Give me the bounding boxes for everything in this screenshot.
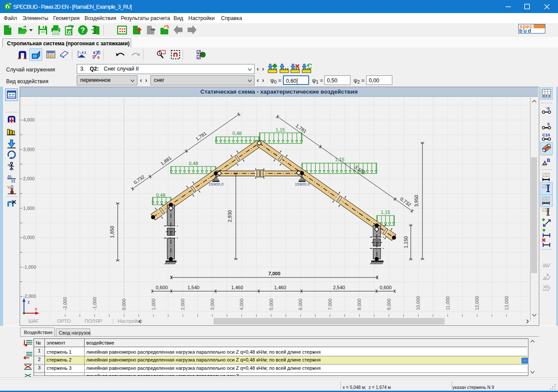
svg-text:1,850: 1,850 xyxy=(109,226,115,238)
svg-text:1,881: 1,881 xyxy=(160,155,172,166)
svg-text:1,000: 1,000 xyxy=(151,299,156,310)
svg-text:?: ? xyxy=(81,27,85,34)
svg-text:0,000: 0,000 xyxy=(23,235,34,240)
svg-text:W: W xyxy=(68,30,71,34)
svg-text:11,000: 11,000 xyxy=(445,297,450,310)
svg-text:4,1: 4,1 xyxy=(82,51,86,54)
svg-text:0,600: 0,600 xyxy=(156,285,168,290)
svg-text:10,000: 10,000 xyxy=(415,296,421,310)
svg-text:0,48: 0,48 xyxy=(156,193,165,198)
svg-text:2,540: 2,540 xyxy=(333,285,345,290)
svg-text:1,15: 1,15 xyxy=(381,210,390,215)
svg-text:7,000: 7,000 xyxy=(269,271,281,276)
svg-text:1,000: 1,000 xyxy=(23,206,34,211)
svg-text:TM: TM xyxy=(9,3,11,5)
svg-text:2,930: 2,930 xyxy=(228,210,233,222)
svg-text:5,000: 5,000 xyxy=(269,299,274,310)
svg-text:2,000: 2,000 xyxy=(180,299,185,310)
svg-text:4,000: 4,000 xyxy=(23,117,34,122)
svg-text:1,460: 1,460 xyxy=(274,285,286,290)
svg-text:1,150: 1,150 xyxy=(403,236,408,248)
svg-text:8,000: 8,000 xyxy=(357,299,362,310)
svg-text:4,000: 4,000 xyxy=(239,299,244,310)
svg-text:B: B xyxy=(547,158,550,163)
svg-text:-2,000: -2,000 xyxy=(23,294,36,299)
svg-text:5: 5 xyxy=(547,122,550,126)
svg-text:7,000: 7,000 xyxy=(327,299,333,310)
svg-text:3,950: 3,950 xyxy=(414,195,419,207)
svg-text:-2,000: -2,000 xyxy=(62,297,68,310)
svg-text:x: x xyxy=(35,306,37,311)
svg-text:0,732: 0,732 xyxy=(399,196,412,207)
svg-text:3,000: 3,000 xyxy=(23,147,34,152)
svg-text:15900,0: 15900,0 xyxy=(295,182,310,186)
svg-text:0,48: 0,48 xyxy=(232,131,242,136)
svg-text:12,000: 12,000 xyxy=(474,296,480,310)
svg-text:1,15: 1,15 xyxy=(276,127,285,132)
svg-text:1,781: 1,781 xyxy=(195,131,208,142)
svg-text:0,732: 0,732 xyxy=(133,174,145,185)
svg-text:0,000: 0,000 xyxy=(121,299,126,310)
svg-text:1,460: 1,460 xyxy=(231,285,243,290)
svg-text:6,000: 6,000 xyxy=(298,299,303,310)
svg-text:ΔL: ΔL xyxy=(7,174,12,179)
svg-text:0,48: 0,48 xyxy=(189,161,198,166)
svg-text:°C: °C xyxy=(7,186,10,189)
svg-text:9,000: 9,000 xyxy=(386,299,391,310)
svg-text:6: 6 xyxy=(93,51,95,55)
svg-text:0,600: 0,600 xyxy=(380,285,392,290)
svg-text:2,000: 2,000 xyxy=(23,176,34,181)
svg-text:z: z xyxy=(27,299,30,304)
svg-text:C10: C10 xyxy=(542,132,550,137)
svg-text:6: 6 xyxy=(97,55,99,60)
svg-text:15900,0: 15900,0 xyxy=(208,182,223,186)
svg-text:5: 5 xyxy=(547,106,550,111)
svg-text:3,000: 3,000 xyxy=(210,299,215,310)
svg-text:-1,000: -1,000 xyxy=(92,297,97,310)
svg-text:1,781: 1,781 xyxy=(295,123,307,134)
svg-text:-1,000: -1,000 xyxy=(23,264,36,270)
svg-text:13,000: 13,000 xyxy=(504,296,509,310)
svg-text:1,15: 1,15 xyxy=(335,157,344,162)
svg-text:1,540: 1,540 xyxy=(187,285,200,290)
